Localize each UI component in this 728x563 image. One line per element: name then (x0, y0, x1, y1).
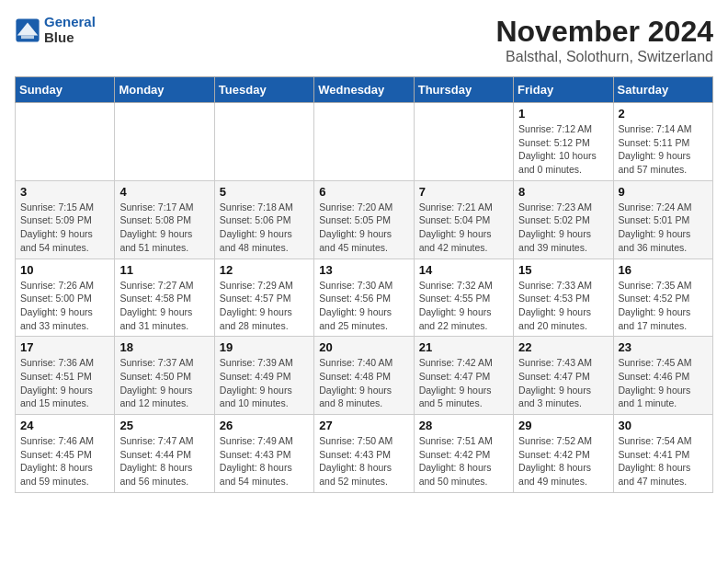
weekday-header-saturday: Saturday (613, 77, 712, 103)
calendar-cell: 7Sunrise: 7:21 AM Sunset: 5:04 PM Daylig… (414, 180, 513, 259)
calendar-cell: 17Sunrise: 7:36 AM Sunset: 4:51 PM Dayli… (16, 337, 115, 415)
day-detail: Sunrise: 7:50 AM Sunset: 4:43 PM Dayligh… (319, 434, 408, 488)
day-number: 18 (119, 340, 209, 354)
calendar-header: SundayMondayTuesdayWednesdayThursdayFrid… (16, 77, 713, 103)
calendar-cell (115, 103, 214, 181)
day-number: 2 (619, 107, 708, 121)
calendar-cell: 29Sunrise: 7:52 AM Sunset: 4:42 PM Dayli… (514, 415, 613, 493)
weekday-header-row: SundayMondayTuesdayWednesdayThursdayFrid… (16, 77, 713, 103)
day-number: 22 (518, 340, 608, 354)
weekday-header-sunday: Sunday (16, 77, 115, 103)
day-detail: Sunrise: 7:46 AM Sunset: 4:45 PM Dayligh… (20, 434, 109, 488)
calendar-cell: 9Sunrise: 7:24 AM Sunset: 5:01 PM Daylig… (613, 180, 712, 259)
calendar-cell: 11Sunrise: 7:27 AM Sunset: 4:58 PM Dayli… (115, 259, 214, 337)
day-number: 27 (319, 419, 408, 432)
day-number: 25 (119, 419, 209, 432)
day-detail: Sunrise: 7:54 AM Sunset: 4:41 PM Dayligh… (619, 434, 708, 488)
day-detail: Sunrise: 7:51 AM Sunset: 4:42 PM Dayligh… (419, 434, 508, 488)
day-detail: Sunrise: 7:27 AM Sunset: 4:58 PM Dayligh… (119, 279, 209, 333)
calendar-week-2: 10Sunrise: 7:26 AM Sunset: 5:00 PM Dayli… (16, 259, 713, 337)
weekday-header-thursday: Thursday (414, 77, 513, 103)
day-detail: Sunrise: 7:12 AM Sunset: 5:12 PM Dayligh… (518, 122, 608, 177)
day-detail: Sunrise: 7:24 AM Sunset: 5:01 PM Dayligh… (619, 201, 708, 255)
day-number: 20 (319, 340, 408, 354)
day-number: 24 (20, 419, 109, 432)
calendar-cell (414, 103, 513, 181)
weekday-header-monday: Monday (115, 77, 214, 103)
page-subtitle: Balsthal, Solothurn, Switzerland (495, 49, 713, 65)
calendar-cell: 23Sunrise: 7:45 AM Sunset: 4:46 PM Dayli… (613, 337, 712, 415)
title-area: November 2024 Balsthal, Solothurn, Switz… (495, 15, 713, 65)
calendar-cell (314, 103, 414, 181)
day-detail: Sunrise: 7:21 AM Sunset: 5:04 PM Dayligh… (419, 201, 508, 255)
day-number: 14 (419, 263, 508, 277)
day-detail: Sunrise: 7:36 AM Sunset: 4:51 PM Dayligh… (20, 356, 109, 410)
day-number: 17 (20, 340, 109, 354)
calendar-cell (214, 103, 313, 181)
day-detail: Sunrise: 7:15 AM Sunset: 5:09 PM Dayligh… (20, 201, 109, 255)
calendar-cell: 8Sunrise: 7:23 AM Sunset: 5:02 PM Daylig… (514, 180, 613, 259)
calendar-cell: 2Sunrise: 7:14 AM Sunset: 5:11 PM Daylig… (613, 103, 712, 181)
calendar-week-4: 24Sunrise: 7:46 AM Sunset: 4:45 PM Dayli… (16, 415, 713, 493)
day-number: 23 (619, 340, 708, 354)
day-number: 29 (518, 419, 608, 432)
calendar-cell: 13Sunrise: 7:30 AM Sunset: 4:56 PM Dayli… (314, 259, 414, 337)
calendar-cell: 28Sunrise: 7:51 AM Sunset: 4:42 PM Dayli… (414, 415, 513, 493)
calendar-cell: 19Sunrise: 7:39 AM Sunset: 4:49 PM Dayli… (214, 337, 313, 415)
calendar-cell: 24Sunrise: 7:46 AM Sunset: 4:45 PM Dayli… (16, 415, 115, 493)
day-number: 6 (319, 185, 408, 199)
calendar-cell: 10Sunrise: 7:26 AM Sunset: 5:00 PM Dayli… (16, 259, 115, 337)
calendar-cell: 15Sunrise: 7:33 AM Sunset: 4:53 PM Dayli… (514, 259, 613, 337)
day-detail: Sunrise: 7:42 AM Sunset: 4:47 PM Dayligh… (419, 356, 508, 410)
calendar-week-0: 1Sunrise: 7:12 AM Sunset: 5:12 PM Daylig… (16, 103, 713, 181)
day-number: 10 (20, 263, 109, 277)
day-number: 8 (518, 185, 608, 199)
day-number: 1 (518, 107, 608, 121)
calendar-cell: 4Sunrise: 7:17 AM Sunset: 5:08 PM Daylig… (115, 180, 214, 259)
day-detail: Sunrise: 7:23 AM Sunset: 5:02 PM Dayligh… (518, 201, 608, 255)
header: General Blue November 2024 Balsthal, Sol… (15, 15, 713, 65)
day-detail: Sunrise: 7:35 AM Sunset: 4:52 PM Dayligh… (619, 279, 708, 333)
calendar-cell: 6Sunrise: 7:20 AM Sunset: 5:05 PM Daylig… (314, 180, 414, 259)
calendar-cell: 14Sunrise: 7:32 AM Sunset: 4:55 PM Dayli… (414, 259, 513, 337)
day-detail: Sunrise: 7:33 AM Sunset: 4:53 PM Dayligh… (518, 279, 608, 333)
day-detail: Sunrise: 7:17 AM Sunset: 5:08 PM Dayligh… (119, 201, 209, 255)
day-number: 12 (220, 263, 309, 277)
day-number: 26 (220, 419, 309, 432)
weekday-header-wednesday: Wednesday (314, 77, 414, 103)
calendar-body: 1Sunrise: 7:12 AM Sunset: 5:12 PM Daylig… (16, 103, 713, 493)
day-number: 15 (518, 263, 608, 277)
weekday-header-tuesday: Tuesday (214, 77, 313, 103)
calendar-cell (16, 103, 115, 181)
calendar-cell: 21Sunrise: 7:42 AM Sunset: 4:47 PM Dayli… (414, 337, 513, 415)
day-number: 30 (619, 419, 708, 432)
day-number: 11 (119, 263, 209, 277)
day-detail: Sunrise: 7:18 AM Sunset: 5:06 PM Dayligh… (220, 201, 309, 255)
calendar-cell: 27Sunrise: 7:50 AM Sunset: 4:43 PM Dayli… (314, 415, 414, 493)
calendar-cell: 5Sunrise: 7:18 AM Sunset: 5:06 PM Daylig… (214, 180, 313, 259)
day-detail: Sunrise: 7:32 AM Sunset: 4:55 PM Dayligh… (419, 279, 508, 333)
calendar-cell: 26Sunrise: 7:49 AM Sunset: 4:43 PM Dayli… (214, 415, 313, 493)
day-number: 13 (319, 263, 408, 277)
calendar-cell: 25Sunrise: 7:47 AM Sunset: 4:44 PM Dayli… (115, 415, 214, 493)
calendar-cell: 18Sunrise: 7:37 AM Sunset: 4:50 PM Dayli… (115, 337, 214, 415)
calendar-cell: 3Sunrise: 7:15 AM Sunset: 5:09 PM Daylig… (16, 180, 115, 259)
svg-rect-2 (21, 35, 34, 39)
day-detail: Sunrise: 7:45 AM Sunset: 4:46 PM Dayligh… (619, 356, 708, 410)
calendar-cell: 22Sunrise: 7:43 AM Sunset: 4:47 PM Dayli… (514, 337, 613, 415)
day-detail: Sunrise: 7:29 AM Sunset: 4:57 PM Dayligh… (220, 279, 309, 333)
logo-icon (15, 17, 40, 43)
day-detail: Sunrise: 7:26 AM Sunset: 5:00 PM Dayligh… (20, 279, 109, 333)
day-detail: Sunrise: 7:37 AM Sunset: 4:50 PM Dayligh… (119, 356, 209, 410)
day-detail: Sunrise: 7:43 AM Sunset: 4:47 PM Dayligh… (518, 356, 608, 410)
calendar-week-1: 3Sunrise: 7:15 AM Sunset: 5:09 PM Daylig… (16, 180, 713, 259)
day-number: 16 (619, 263, 708, 277)
day-detail: Sunrise: 7:20 AM Sunset: 5:05 PM Dayligh… (319, 201, 408, 255)
day-number: 28 (419, 419, 508, 432)
page-title: November 2024 (495, 15, 713, 49)
calendar-cell: 12Sunrise: 7:29 AM Sunset: 4:57 PM Dayli… (214, 259, 313, 337)
weekday-header-friday: Friday (514, 77, 613, 103)
day-number: 5 (220, 185, 309, 199)
day-number: 9 (619, 185, 708, 199)
day-number: 4 (119, 185, 209, 199)
